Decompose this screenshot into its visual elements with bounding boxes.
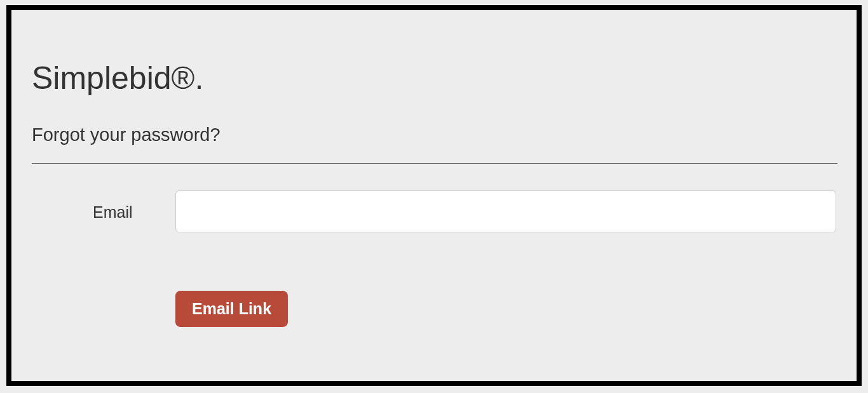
subtitle: Forgot your password? <box>32 124 837 145</box>
email-link-button[interactable]: Email Link <box>175 291 288 327</box>
page-title: Simplebid®. <box>32 60 837 97</box>
email-row: Email <box>32 190 837 232</box>
button-row: Email Link <box>32 291 837 327</box>
divider <box>32 163 837 164</box>
email-label: Email <box>32 202 175 222</box>
email-input[interactable] <box>175 190 836 232</box>
main-frame: Simplebid®. Forgot your password? Email … <box>6 5 862 386</box>
